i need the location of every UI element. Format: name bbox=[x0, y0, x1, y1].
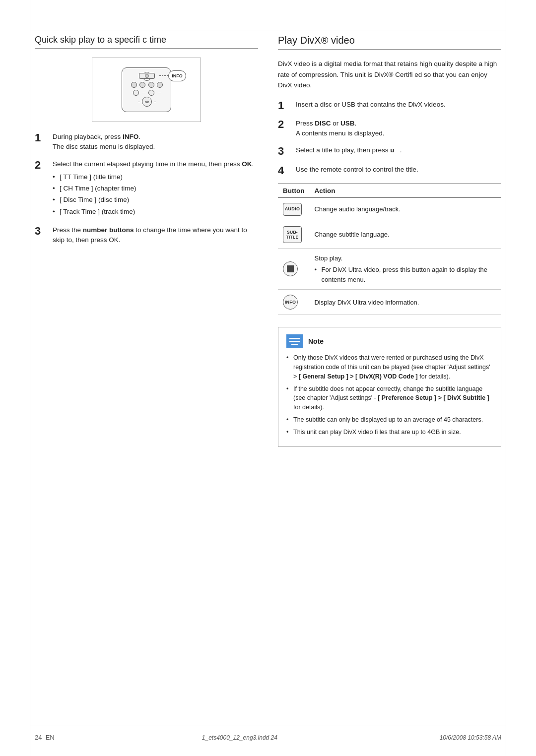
nav-row: ok bbox=[137, 97, 157, 107]
info-action-cell: Display DivX Ultra video information. bbox=[309, 290, 501, 315]
left-margin bbox=[30, 0, 30, 756]
page-num-value: 24 bbox=[35, 734, 42, 741]
remote-body: ok bbox=[122, 67, 171, 112]
note-item-1: Only those DivX videos that were rented … bbox=[286, 353, 493, 381]
remote-row2 bbox=[133, 90, 161, 96]
stop-button-icon bbox=[283, 261, 298, 276]
divx-step-3: 3 Select a title to play, then press u . bbox=[278, 145, 501, 157]
note-bold-1: [ General Setup ] > [ DivX(R) VOD Code ] bbox=[299, 373, 418, 380]
btn3 bbox=[148, 82, 154, 88]
note-box: Note Only those DivX videos that were re… bbox=[278, 327, 501, 447]
bullet-disc-time: [ Disc Time ] (disc time) bbox=[53, 195, 258, 205]
divx-intro: DivX video is a digital media format tha… bbox=[278, 59, 501, 91]
divx-step-4-content: Use the remote control to control the ti… bbox=[296, 165, 501, 175]
u-bold: u bbox=[390, 146, 394, 154]
stop-bullets: For DivX Ultra video, press this button … bbox=[314, 265, 496, 284]
step-1-number: 1 bbox=[35, 132, 49, 144]
audio-button-cell: AUDIO bbox=[278, 197, 309, 221]
audio-action-cell: Change audio language/track. bbox=[309, 197, 501, 221]
note-item-2: If the subtitle does not appear correctl… bbox=[286, 384, 493, 412]
small-btn1 bbox=[133, 90, 139, 96]
step-3-content: Press the number buttons to change the t… bbox=[53, 225, 258, 246]
bullet-tt-time: [ TT Time ] (title time) bbox=[53, 172, 258, 182]
note-line-3 bbox=[291, 344, 298, 345]
divx-step-3-content: Select a title to play, then press u . bbox=[296, 145, 501, 155]
stop-button-cell bbox=[278, 248, 309, 290]
table-col-button: Button bbox=[278, 184, 309, 197]
table-col-action: Action bbox=[309, 184, 501, 197]
subtitle-button-cell: SUB-TITLE bbox=[278, 221, 309, 248]
page: Quick skip play to a specifi c time bbox=[0, 0, 536, 756]
nav-ok: ok bbox=[142, 97, 152, 107]
small-btn2 bbox=[148, 90, 154, 96]
disc-bold: DISC bbox=[315, 120, 331, 127]
note-title: Note bbox=[308, 336, 324, 347]
step-1-content: During playback, press INFO. The disc st… bbox=[53, 132, 258, 152]
stop-action-cell: Stop play. For DivX Ultra video, press t… bbox=[309, 248, 501, 290]
footer: 24 EN 1_ets4000_12_eng3.indd 24 10/6/200… bbox=[35, 734, 501, 741]
divx-step-4-number: 4 bbox=[278, 165, 292, 177]
note-line-2 bbox=[289, 341, 300, 342]
btn1 bbox=[131, 82, 137, 88]
note-icon bbox=[286, 334, 303, 348]
note-line-1 bbox=[289, 338, 300, 339]
footer-date: 10/6/2008 10:53:58 AM bbox=[440, 734, 501, 741]
line2 bbox=[158, 93, 161, 93]
step-3-bold: number buttons bbox=[83, 226, 134, 234]
footer-file: 1_ets4000_12_eng3.indd 24 bbox=[202, 734, 277, 741]
subtitle-line1: SUB- bbox=[287, 230, 298, 235]
table-row-subtitle: SUB-TITLE Change subtitle language. bbox=[278, 221, 501, 248]
divx-step-2-sub: A contents menu is displayed. bbox=[296, 129, 385, 137]
subtitle-line2: TITLE bbox=[286, 235, 298, 240]
step-2-number: 2 bbox=[35, 159, 49, 171]
nav-right-dash bbox=[154, 102, 156, 102]
divx-step-3-number: 3 bbox=[278, 145, 292, 157]
step-2-bold: OK bbox=[242, 160, 252, 168]
right-margin bbox=[506, 0, 506, 756]
remote-disc bbox=[139, 73, 155, 79]
stop-bullet-1: For DivX Ultra video, press this button … bbox=[314, 265, 496, 284]
divx-step-2-content: Press DISC or USB. A contents menu is di… bbox=[296, 119, 501, 139]
step-3-number: 3 bbox=[35, 225, 49, 237]
remote-button-row bbox=[131, 82, 163, 88]
note-item-4: This unit can play DivX video fi les tha… bbox=[286, 428, 493, 437]
top-rule bbox=[30, 30, 506, 30]
stop-action-text: Stop play. For DivX Ultra video, press t… bbox=[314, 253, 496, 285]
note-bold-2: [ Preference Setup ] > [ DivX Subtitle ] bbox=[378, 394, 489, 401]
step-3: 3 Press the number buttons to change the… bbox=[35, 225, 258, 246]
info-button-icon: INFO bbox=[283, 295, 298, 310]
divx-step-4: 4 Use the remote control to control the … bbox=[278, 165, 501, 177]
info-button-cell: INFO bbox=[278, 290, 309, 315]
action-table: Button Action AUDIO Change audio languag… bbox=[278, 184, 501, 315]
step-2-bullets: [ TT Time ] (title time) [ CH Time ] (ch… bbox=[53, 172, 258, 217]
divx-step-1-number: 1 bbox=[278, 100, 292, 112]
usb-bold: USB bbox=[340, 120, 355, 127]
subtitle-action-cell: Change subtitle language. bbox=[309, 221, 501, 248]
line1 bbox=[142, 93, 145, 93]
page-number: 24 EN bbox=[35, 734, 55, 741]
bottom-rule bbox=[30, 726, 506, 726]
divx-step-1: 1 Insert a disc or USB that contains the… bbox=[278, 100, 501, 112]
right-column: Play DivX® video DivX video is a digital… bbox=[278, 35, 501, 716]
bullet-track-time: [ Track Time ] (track time) bbox=[53, 207, 258, 217]
step-1-sub: The disc status menu is displayed. bbox=[53, 143, 155, 150]
bullet-ch-time: [ CH Time ] (chapter time) bbox=[53, 184, 258, 193]
divx-step-2-number: 2 bbox=[278, 119, 292, 130]
step-2-content: Select the current elapsed playing time … bbox=[53, 159, 258, 218]
nav-left-dash bbox=[138, 102, 140, 102]
subtitle-button-icon: SUB-TITLE bbox=[283, 226, 302, 243]
left-section-title: Quick skip play to a specifi c time bbox=[35, 35, 258, 49]
note-header: Note bbox=[286, 334, 493, 348]
step-1: 1 During playback, press INFO. The disc … bbox=[35, 132, 258, 152]
divx-step-1-content: Insert a disc or USB that contains the D… bbox=[296, 100, 501, 110]
page-lang: EN bbox=[46, 734, 55, 741]
note-list: Only those DivX videos that were rented … bbox=[286, 353, 493, 437]
table-row-stop: Stop play. For DivX Ultra video, press t… bbox=[278, 248, 501, 290]
right-section-title: Play DivX® video bbox=[278, 35, 501, 50]
btn4 bbox=[157, 82, 163, 88]
remote-inner: ok INFO bbox=[107, 63, 186, 117]
table-row-audio: AUDIO Change audio language/track. bbox=[278, 197, 501, 221]
content-area: Quick skip play to a specifi c time bbox=[35, 35, 501, 716]
step-1-bold: INFO bbox=[123, 133, 138, 140]
note-item-3: The subtitle can only be displayed up to… bbox=[286, 415, 493, 425]
